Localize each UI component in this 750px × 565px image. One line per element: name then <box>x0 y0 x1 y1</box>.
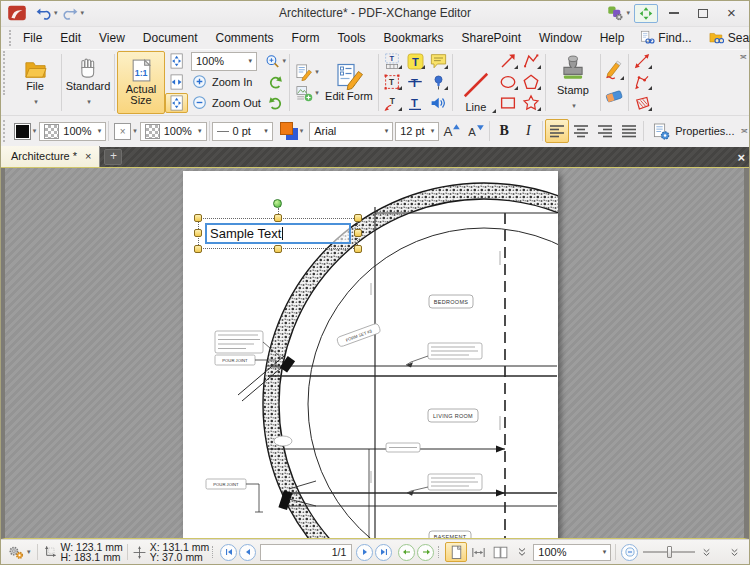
text-frame[interactable]: Sample Text <box>205 223 351 244</box>
menu-help[interactable]: Help <box>591 29 634 47</box>
document-tab[interactable]: Architecture * × <box>1 146 100 167</box>
fit-page-button[interactable] <box>165 51 188 71</box>
eraser-tool-button[interactable] <box>603 83 626 109</box>
measure-area-button[interactable] <box>631 93 654 113</box>
sample-text-annotation[interactable]: Sample Text <box>198 218 358 249</box>
tab-close-icon[interactable]: × <box>85 151 91 161</box>
rotation-handle[interactable] <box>273 199 282 208</box>
menu-tools[interactable]: Tools <box>329 29 375 47</box>
undo-button[interactable] <box>33 5 60 22</box>
actual-size-button[interactable]: Actual Size <box>117 51 165 114</box>
resize-handle-s[interactable] <box>274 245 282 253</box>
increase-font-button[interactable] <box>439 119 463 143</box>
underline-button[interactable] <box>404 93 427 113</box>
ui-options-button[interactable] <box>605 4 632 22</box>
resize-handle-e[interactable] <box>354 229 362 237</box>
select-fields-button[interactable] <box>381 51 404 71</box>
text-color-button[interactable] <box>277 121 307 141</box>
page-number-field[interactable]: 1/1 <box>260 544 352 561</box>
decrease-font-button[interactable] <box>463 119 487 143</box>
menu-bookmarks[interactable]: Bookmarks <box>375 29 453 47</box>
stroke-color-button[interactable]: × <box>111 122 140 141</box>
layout-fit-button[interactable] <box>467 542 489 562</box>
maximize-button[interactable] <box>689 4 716 23</box>
zoom-level-select[interactable]: 100%▾ <box>191 52 257 71</box>
fullscreen-button[interactable] <box>634 4 658 23</box>
new-tab-button[interactable]: + <box>104 149 122 165</box>
last-page-button[interactable] <box>375 544 392 561</box>
status-collapse-button[interactable] <box>723 542 745 562</box>
font-size-select[interactable]: 12 pt▾ <box>395 122 439 141</box>
first-page-button[interactable] <box>220 544 237 561</box>
minimize-button[interactable] <box>660 4 687 23</box>
fit-visible-button[interactable] <box>165 93 188 113</box>
layout-facing-button[interactable] <box>489 542 511 562</box>
stroke-opacity-select[interactable]: 100%▾ <box>140 122 207 141</box>
zoom-tool-button[interactable] <box>264 51 287 71</box>
add-image-button[interactable] <box>292 83 322 103</box>
layout-single-button[interactable] <box>445 542 467 562</box>
edit-text-button[interactable] <box>292 62 322 82</box>
polygon-tool-button[interactable] <box>520 93 543 113</box>
add-text-button[interactable] <box>404 51 427 71</box>
align-left-button[interactable] <box>545 119 569 143</box>
menu-window[interactable]: Window <box>530 29 591 47</box>
layout-more-button[interactable] <box>511 542 533 562</box>
resize-handle-se[interactable] <box>354 245 362 253</box>
measure-distance-button[interactable] <box>631 51 654 71</box>
close-button[interactable]: × <box>718 4 745 23</box>
menu-file[interactable]: File <box>14 29 51 47</box>
menu-view[interactable]: View <box>90 29 134 47</box>
prev-page-button[interactable] <box>239 544 256 561</box>
zoom-slider[interactable] <box>643 551 695 553</box>
toolbar-collapse-button[interactable]: ≍ <box>739 52 746 62</box>
pentagon-tool-button[interactable] <box>520 72 543 92</box>
history-forward-button[interactable] <box>417 544 434 561</box>
slider-more-button[interactable] <box>699 542 713 562</box>
file-menu-button[interactable]: File <box>11 51 59 114</box>
zoom-out-button[interactable]: Zoom Out <box>191 93 261 113</box>
pencil-tool-button[interactable] <box>603 56 626 82</box>
zoom-in-button[interactable]: Zoom In <box>191 72 261 92</box>
rotate-cw-button[interactable] <box>264 93 287 113</box>
stamp-button[interactable]: Stamp <box>548 51 598 114</box>
redo-button[interactable] <box>60 5 87 22</box>
resize-handle-w[interactable] <box>194 229 202 237</box>
rectangle-tool-button[interactable] <box>497 93 520 113</box>
align-justify-button[interactable] <box>617 119 641 143</box>
add-sound-button[interactable] <box>427 93 450 113</box>
status-zoom-select[interactable]: 100%▾ <box>533 544 611 561</box>
align-right-button[interactable] <box>593 119 617 143</box>
resize-handle-ne[interactable] <box>354 214 362 222</box>
search-button[interactable]: Search... <box>702 29 750 46</box>
menu-form[interactable]: Form <box>283 29 329 47</box>
history-back-button[interactable] <box>398 544 415 561</box>
measure-perimeter-button[interactable] <box>631 72 654 92</box>
menu-document[interactable]: Document <box>134 29 207 47</box>
menu-sharepoint[interactable]: SharePoint <box>453 29 530 47</box>
fill-opacity-select[interactable]: 100%▾ <box>39 122 106 141</box>
tabbar-close-button[interactable]: × <box>737 150 745 165</box>
sample-text[interactable]: Sample Text <box>210 226 281 241</box>
menu-edit[interactable]: Edit <box>51 29 90 47</box>
border-width-select[interactable]: 0 pt▾ <box>212 122 273 141</box>
format-collapse-button[interactable]: ≍ <box>740 126 747 136</box>
app-logo-icon[interactable] <box>7 5 27 21</box>
edit-form-button[interactable]: Edit Form <box>322 51 376 114</box>
font-family-select[interactable]: Arial▾ <box>309 122 393 141</box>
attach-file-button[interactable] <box>427 72 450 92</box>
italic-button[interactable]: I <box>516 119 540 143</box>
document-page[interactable]: BEDROOMS LIVING ROOM BASEMENT <box>183 171 558 539</box>
menu-comments[interactable]: Comments <box>207 29 283 47</box>
resize-handle-sw[interactable] <box>194 245 202 253</box>
sticky-note-button[interactable] <box>427 51 450 71</box>
next-page-button[interactable] <box>356 544 373 561</box>
arrow-tool-button[interactable] <box>497 51 520 71</box>
hand-tool-button[interactable]: Standard <box>64 51 112 114</box>
align-center-button[interactable] <box>569 119 593 143</box>
fit-width-button[interactable] <box>165 72 188 92</box>
zoom-slider-handle[interactable] <box>667 546 672 558</box>
polyline-tool-button[interactable] <box>520 51 543 71</box>
line-tool-button[interactable]: Line <box>455 51 497 114</box>
document-canvas[interactable]: BEDROOMS LIVING ROOM BASEMENT <box>1 168 749 539</box>
